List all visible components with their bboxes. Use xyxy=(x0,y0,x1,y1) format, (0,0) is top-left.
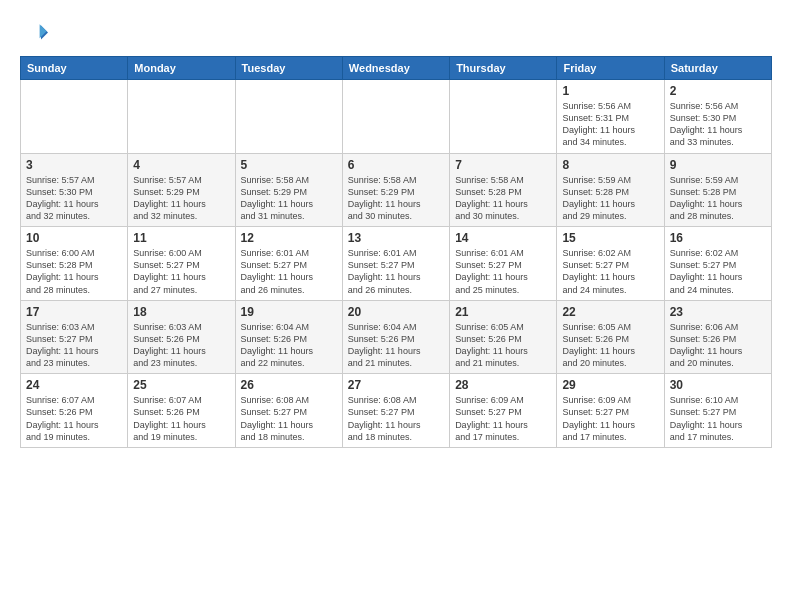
day-number: 24 xyxy=(26,378,122,392)
calendar-cell: 9Sunrise: 5:59 AMSunset: 5:28 PMDaylight… xyxy=(664,153,771,227)
day-number: 26 xyxy=(241,378,337,392)
weekday-header: Thursday xyxy=(450,57,557,80)
calendar-cell: 19Sunrise: 6:04 AMSunset: 5:26 PMDayligh… xyxy=(235,300,342,374)
day-number: 9 xyxy=(670,158,766,172)
day-number: 28 xyxy=(455,378,551,392)
calendar-cell: 25Sunrise: 6:07 AMSunset: 5:26 PMDayligh… xyxy=(128,374,235,448)
day-info: Sunrise: 6:01 AMSunset: 5:27 PMDaylight:… xyxy=(241,247,337,296)
calendar: SundayMondayTuesdayWednesdayThursdayFrid… xyxy=(20,56,772,448)
calendar-cell: 26Sunrise: 6:08 AMSunset: 5:27 PMDayligh… xyxy=(235,374,342,448)
day-info: Sunrise: 5:56 AMSunset: 5:30 PMDaylight:… xyxy=(670,100,766,149)
day-info: Sunrise: 5:58 AMSunset: 5:28 PMDaylight:… xyxy=(455,174,551,223)
day-info: Sunrise: 6:07 AMSunset: 5:26 PMDaylight:… xyxy=(26,394,122,443)
weekday-header: Monday xyxy=(128,57,235,80)
calendar-cell: 27Sunrise: 6:08 AMSunset: 5:27 PMDayligh… xyxy=(342,374,449,448)
day-info: Sunrise: 6:04 AMSunset: 5:26 PMDaylight:… xyxy=(348,321,444,370)
day-info: Sunrise: 5:59 AMSunset: 5:28 PMDaylight:… xyxy=(562,174,658,223)
day-info: Sunrise: 6:00 AMSunset: 5:28 PMDaylight:… xyxy=(26,247,122,296)
day-number: 4 xyxy=(133,158,229,172)
calendar-week-row: 1Sunrise: 5:56 AMSunset: 5:31 PMDaylight… xyxy=(21,80,772,154)
day-info: Sunrise: 6:10 AMSunset: 5:27 PMDaylight:… xyxy=(670,394,766,443)
day-info: Sunrise: 5:58 AMSunset: 5:29 PMDaylight:… xyxy=(241,174,337,223)
calendar-cell: 1Sunrise: 5:56 AMSunset: 5:31 PMDaylight… xyxy=(557,80,664,154)
day-number: 25 xyxy=(133,378,229,392)
day-number: 29 xyxy=(562,378,658,392)
day-number: 7 xyxy=(455,158,551,172)
day-number: 22 xyxy=(562,305,658,319)
day-info: Sunrise: 6:08 AMSunset: 5:27 PMDaylight:… xyxy=(241,394,337,443)
day-info: Sunrise: 6:01 AMSunset: 5:27 PMDaylight:… xyxy=(348,247,444,296)
calendar-cell: 24Sunrise: 6:07 AMSunset: 5:26 PMDayligh… xyxy=(21,374,128,448)
day-info: Sunrise: 5:56 AMSunset: 5:31 PMDaylight:… xyxy=(562,100,658,149)
day-number: 30 xyxy=(670,378,766,392)
page: SundayMondayTuesdayWednesdayThursdayFrid… xyxy=(0,0,792,464)
day-number: 17 xyxy=(26,305,122,319)
calendar-week-row: 3Sunrise: 5:57 AMSunset: 5:30 PMDaylight… xyxy=(21,153,772,227)
day-info: Sunrise: 6:09 AMSunset: 5:27 PMDaylight:… xyxy=(562,394,658,443)
calendar-cell xyxy=(128,80,235,154)
calendar-cell: 2Sunrise: 5:56 AMSunset: 5:30 PMDaylight… xyxy=(664,80,771,154)
day-info: Sunrise: 5:58 AMSunset: 5:29 PMDaylight:… xyxy=(348,174,444,223)
day-number: 16 xyxy=(670,231,766,245)
day-number: 14 xyxy=(455,231,551,245)
calendar-cell: 10Sunrise: 6:00 AMSunset: 5:28 PMDayligh… xyxy=(21,227,128,301)
calendar-header-row: SundayMondayTuesdayWednesdayThursdayFrid… xyxy=(21,57,772,80)
day-number: 8 xyxy=(562,158,658,172)
weekday-header: Sunday xyxy=(21,57,128,80)
day-info: Sunrise: 6:07 AMSunset: 5:26 PMDaylight:… xyxy=(133,394,229,443)
calendar-cell: 5Sunrise: 5:58 AMSunset: 5:29 PMDaylight… xyxy=(235,153,342,227)
day-number: 2 xyxy=(670,84,766,98)
day-info: Sunrise: 6:06 AMSunset: 5:26 PMDaylight:… xyxy=(670,321,766,370)
calendar-cell: 29Sunrise: 6:09 AMSunset: 5:27 PMDayligh… xyxy=(557,374,664,448)
weekday-header: Wednesday xyxy=(342,57,449,80)
calendar-cell: 22Sunrise: 6:05 AMSunset: 5:26 PMDayligh… xyxy=(557,300,664,374)
calendar-cell: 16Sunrise: 6:02 AMSunset: 5:27 PMDayligh… xyxy=(664,227,771,301)
day-number: 11 xyxy=(133,231,229,245)
weekday-header: Tuesday xyxy=(235,57,342,80)
calendar-week-row: 10Sunrise: 6:00 AMSunset: 5:28 PMDayligh… xyxy=(21,227,772,301)
calendar-cell: 30Sunrise: 6:10 AMSunset: 5:27 PMDayligh… xyxy=(664,374,771,448)
day-number: 27 xyxy=(348,378,444,392)
calendar-week-row: 24Sunrise: 6:07 AMSunset: 5:26 PMDayligh… xyxy=(21,374,772,448)
calendar-cell: 15Sunrise: 6:02 AMSunset: 5:27 PMDayligh… xyxy=(557,227,664,301)
day-info: Sunrise: 6:03 AMSunset: 5:27 PMDaylight:… xyxy=(26,321,122,370)
calendar-cell: 6Sunrise: 5:58 AMSunset: 5:29 PMDaylight… xyxy=(342,153,449,227)
day-number: 15 xyxy=(562,231,658,245)
calendar-cell: 8Sunrise: 5:59 AMSunset: 5:28 PMDaylight… xyxy=(557,153,664,227)
calendar-cell: 17Sunrise: 6:03 AMSunset: 5:27 PMDayligh… xyxy=(21,300,128,374)
day-number: 20 xyxy=(348,305,444,319)
day-info: Sunrise: 6:02 AMSunset: 5:27 PMDaylight:… xyxy=(562,247,658,296)
calendar-week-row: 17Sunrise: 6:03 AMSunset: 5:27 PMDayligh… xyxy=(21,300,772,374)
calendar-cell: 13Sunrise: 6:01 AMSunset: 5:27 PMDayligh… xyxy=(342,227,449,301)
day-number: 18 xyxy=(133,305,229,319)
day-number: 23 xyxy=(670,305,766,319)
calendar-cell: 23Sunrise: 6:06 AMSunset: 5:26 PMDayligh… xyxy=(664,300,771,374)
weekday-header: Saturday xyxy=(664,57,771,80)
day-number: 5 xyxy=(241,158,337,172)
header xyxy=(20,16,772,48)
calendar-cell: 3Sunrise: 5:57 AMSunset: 5:30 PMDaylight… xyxy=(21,153,128,227)
day-info: Sunrise: 6:05 AMSunset: 5:26 PMDaylight:… xyxy=(455,321,551,370)
calendar-cell xyxy=(235,80,342,154)
calendar-cell: 4Sunrise: 5:57 AMSunset: 5:29 PMDaylight… xyxy=(128,153,235,227)
day-number: 3 xyxy=(26,158,122,172)
day-number: 13 xyxy=(348,231,444,245)
calendar-cell: 21Sunrise: 6:05 AMSunset: 5:26 PMDayligh… xyxy=(450,300,557,374)
logo xyxy=(20,20,52,48)
calendar-cell: 12Sunrise: 6:01 AMSunset: 5:27 PMDayligh… xyxy=(235,227,342,301)
day-info: Sunrise: 6:00 AMSunset: 5:27 PMDaylight:… xyxy=(133,247,229,296)
day-number: 6 xyxy=(348,158,444,172)
day-info: Sunrise: 6:08 AMSunset: 5:27 PMDaylight:… xyxy=(348,394,444,443)
day-info: Sunrise: 5:57 AMSunset: 5:29 PMDaylight:… xyxy=(133,174,229,223)
day-info: Sunrise: 6:04 AMSunset: 5:26 PMDaylight:… xyxy=(241,321,337,370)
calendar-cell: 20Sunrise: 6:04 AMSunset: 5:26 PMDayligh… xyxy=(342,300,449,374)
day-info: Sunrise: 6:01 AMSunset: 5:27 PMDaylight:… xyxy=(455,247,551,296)
day-info: Sunrise: 6:05 AMSunset: 5:26 PMDaylight:… xyxy=(562,321,658,370)
calendar-cell: 11Sunrise: 6:00 AMSunset: 5:27 PMDayligh… xyxy=(128,227,235,301)
day-info: Sunrise: 6:02 AMSunset: 5:27 PMDaylight:… xyxy=(670,247,766,296)
day-info: Sunrise: 6:03 AMSunset: 5:26 PMDaylight:… xyxy=(133,321,229,370)
calendar-cell: 28Sunrise: 6:09 AMSunset: 5:27 PMDayligh… xyxy=(450,374,557,448)
calendar-cell xyxy=(342,80,449,154)
calendar-cell: 18Sunrise: 6:03 AMSunset: 5:26 PMDayligh… xyxy=(128,300,235,374)
logo-icon xyxy=(20,20,48,48)
